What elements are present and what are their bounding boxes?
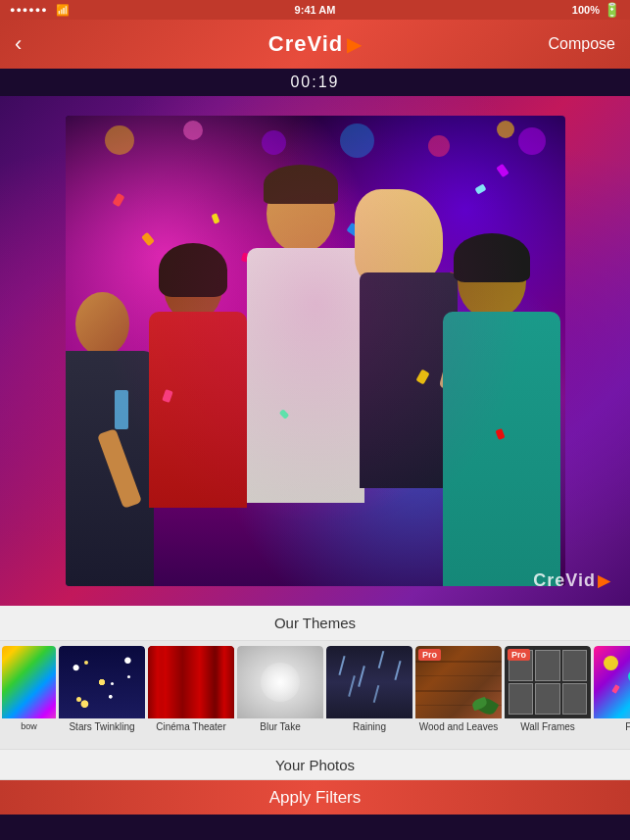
app-title-text: CreVid [268,31,344,57]
app-title: CreVid ▶ [268,31,363,57]
theme-label-rainbow: bow [2,718,56,732]
theme-item-stars[interactable]: Stars Twinkling [59,646,145,744]
theme-item-cinema[interactable]: Cinéma Theater [148,646,234,744]
bokeh-light [497,121,514,138]
theme-thumb-walls: Pro [505,646,591,718]
pro-badge-wood: Pro [418,649,441,661]
crevid-watermark: CreVid ▶ [533,570,610,591]
bokeh-light [105,125,134,155]
themes-row: bow Stars Twinkling Cinéma Theater [0,641,630,749]
theme-thumb-party: ✓ [594,646,630,718]
bokeh-light [518,127,546,155]
person-silhouette [438,194,565,586]
timer-display: 00:19 [290,74,339,91]
theme-thumb-raining [326,646,412,718]
theme-label-wood: Wood and Leaves [415,718,502,733]
theme-label-cinema: Cinéma Theater [148,718,234,733]
theme-label-party: Party [594,718,630,733]
theme-item-walls[interactable]: Pro Wall Frames [505,646,591,744]
theme-label-raining: Raining [326,718,412,733]
apply-filters-button[interactable]: Apply Filters [0,780,630,815]
play-icon: ▶ [347,32,362,56]
bokeh-light [428,135,450,157]
main-video-frame [66,116,565,586]
status-bar: ●●●●●● 📶 9:41 AM 100% 🔋 [0,0,630,20]
bokeh-light [183,121,203,140]
pro-badge-walls: Pro [508,649,530,661]
theme-thumb-wood: Pro [415,646,502,718]
status-time: 9:41 AM [295,4,336,16]
nav-bar: ‹ CreVid ▶ Compose [0,20,630,69]
status-battery: 100% 🔋 [572,2,620,18]
compose-button[interactable]: Compose [549,35,615,53]
theme-item-wood[interactable]: Pro Wood and Leaves [415,646,502,744]
theme-thumb-rainbow [2,646,56,718]
our-themes-section-label: Our Themes [0,606,630,641]
back-button[interactable]: ‹ [15,31,22,57]
theme-item-rainbow[interactable]: bow [2,646,56,744]
theme-item-party[interactable]: ✓ Party [594,646,630,744]
theme-item-blur[interactable]: Blur Take [237,646,323,744]
theme-thumb-cinema [148,646,234,718]
theme-label-walls: Wall Frames [505,718,591,733]
timer-bar: 00:19 [0,69,630,96]
your-photos-section-label: Your Photos [0,749,630,780]
theme-item-raining[interactable]: Raining [326,646,412,744]
bokeh-light [340,124,374,158]
theme-label-stars: Stars Twinkling [59,718,145,733]
video-container: CreVid ▶ [0,96,630,606]
status-signal: ●●●●●● 📶 [10,4,70,17]
party-scene [66,116,565,586]
person-silhouette [144,214,252,586]
bokeh-light [262,130,286,155]
bottom-panel: Our Themes bow Stars Twinkling [0,606,630,815]
theme-thumb-blur [237,646,323,718]
theme-thumb-stars [59,646,145,718]
theme-label-blur: Blur Take [237,718,323,733]
watermark-play-icon: ▶ [598,571,610,590]
